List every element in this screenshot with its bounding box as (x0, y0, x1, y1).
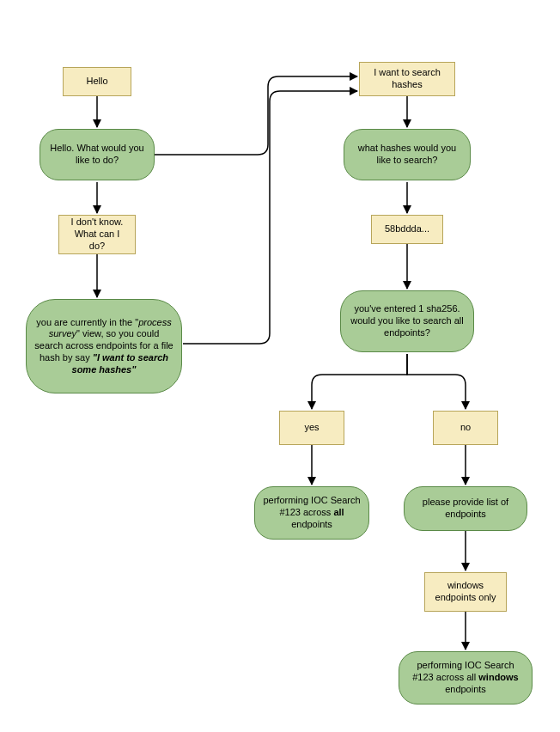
label: windows endpoints only (432, 580, 499, 604)
node-hash-value: 58bddda... (371, 215, 443, 244)
node-process-survey: you are currently in the "process survey… (26, 299, 182, 393)
label: 58bddda... (385, 223, 429, 235)
label: performing IOC Search #123 across all wi… (406, 660, 525, 695)
label: Hello (86, 76, 107, 88)
node-what-do: Hello. What would you like to do? (40, 129, 155, 180)
node-no: no (433, 411, 498, 445)
node-ioc-windows: performing IOC Search #123 across all wi… (399, 651, 533, 705)
node-entered-sha: you've entered 1 sha256. would you like … (340, 290, 474, 352)
label: performing IOC Search #123 across all en… (262, 495, 362, 530)
label: you've entered 1 sha256. would you like … (348, 303, 466, 339)
node-ioc-all: performing IOC Search #123 across all en… (254, 486, 369, 540)
label: no (460, 422, 471, 434)
label: you are currently in the "process survey… (33, 317, 174, 376)
node-provide-endpoints: please provide list of endpoints (404, 486, 527, 531)
node-yes: yes (279, 411, 344, 445)
label: Hello. What would you like to do? (47, 143, 147, 167)
label: yes (304, 422, 319, 434)
label: what hashes would you like to search? (351, 143, 463, 167)
label: I want to search hashes (367, 67, 447, 91)
node-want-hashes: I want to search hashes (359, 62, 455, 96)
node-what-hashes: what hashes would you like to search? (344, 129, 471, 180)
label: please provide list of endpoints (411, 497, 520, 521)
node-dont-know: I don't know. What can I do? (58, 215, 136, 254)
label: I don't know. What can I do? (66, 217, 128, 252)
node-hello: Hello (63, 67, 131, 96)
node-windows-only: windows endpoints only (424, 572, 507, 612)
